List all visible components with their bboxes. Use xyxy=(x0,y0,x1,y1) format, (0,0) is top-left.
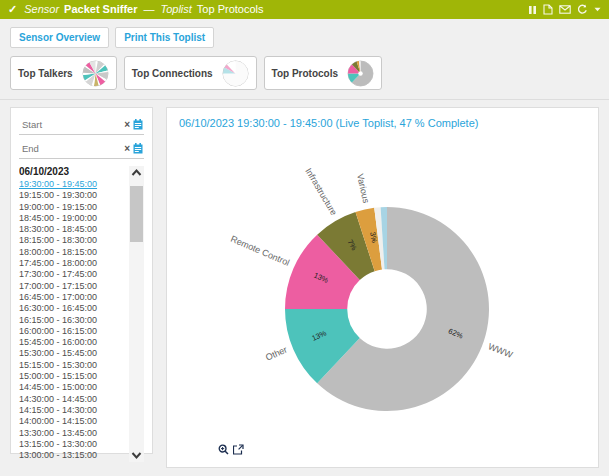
object-kind-label: Sensor xyxy=(24,0,59,19)
tab-top-protocols[interactable]: Top Protocols xyxy=(264,56,382,90)
interval-item[interactable]: 19:00:00 - 19:15:00 xyxy=(19,202,129,213)
interval-item[interactable]: 15:15:00 - 15:30:00 xyxy=(19,360,129,371)
sensor-overview-button[interactable]: Sensor Overview xyxy=(10,27,109,48)
interval-item[interactable]: 18:15:00 - 18:30:00 xyxy=(19,235,129,246)
start-date-input[interactable] xyxy=(20,118,121,131)
interval-item[interactable]: 16:30:00 - 16:45:00 xyxy=(19,303,129,314)
chart-tools xyxy=(218,444,244,455)
interval-filter-panel: × × xyxy=(10,107,153,454)
interval-item[interactable]: 18:00:00 - 18:15:00 xyxy=(19,247,129,258)
tab-top-talkers-label: Top Talkers xyxy=(18,68,73,79)
page: ✓ Sensor Packet Sniffer — Toplist Top Pr… xyxy=(0,0,609,476)
interval-item[interactable]: 15:30:00 - 15:45:00 xyxy=(19,348,129,359)
end-clear-icon[interactable]: × xyxy=(124,144,130,153)
toplist-title: 06/10/2023 19:30:00 - 19:45:00 (Live Top… xyxy=(179,117,586,129)
interval-item[interactable]: 17:00:00 - 17:15:00 xyxy=(19,281,129,292)
report-icon[interactable] xyxy=(543,4,553,15)
scroll-down-icon[interactable] xyxy=(130,450,143,460)
interval-item[interactable]: 15:00:00 - 15:15:00 xyxy=(19,371,129,382)
print-toplist-button[interactable]: Print This Toplist xyxy=(115,27,214,48)
start-clear-icon[interactable]: × xyxy=(124,120,130,129)
interval-item[interactable]: 14:15:00 - 14:30:00 xyxy=(19,405,129,416)
interval-item[interactable]: 18:45:00 - 19:00:00 xyxy=(19,213,129,224)
donut-segment-label: Infrastructure xyxy=(303,166,339,217)
interval-scrollbar[interactable] xyxy=(129,166,144,462)
pause-icon[interactable] xyxy=(528,5,537,15)
zoom-in-icon[interactable] xyxy=(218,444,229,455)
tab-top-connections-label: Top Connections xyxy=(132,68,213,79)
section-name: Top Protocols xyxy=(197,0,264,19)
scroll-up-icon[interactable] xyxy=(130,168,143,178)
interval-item[interactable]: 15:45:00 - 16:00:00 xyxy=(19,337,129,348)
interval-item[interactable]: 14:30:00 - 14:45:00 xyxy=(19,394,129,405)
interval-item[interactable]: 13:30:00 - 13:45:00 xyxy=(19,428,129,439)
end-calendar-icon[interactable] xyxy=(133,143,143,154)
toolbar: Sensor Overview Print This Toplist xyxy=(0,19,609,53)
end-date-input[interactable] xyxy=(20,142,121,155)
interval-item[interactable]: 13:00:00 - 13:15:00 xyxy=(19,450,129,461)
donut-segment-label: WWW xyxy=(487,341,515,360)
email-icon[interactable] xyxy=(559,5,571,14)
section-kind-label: Toplist xyxy=(160,0,191,19)
interval-item[interactable]: 16:15:00 - 16:30:00 xyxy=(19,315,129,326)
content-area: × × xyxy=(0,100,609,468)
interval-item[interactable]: 14:00:00 - 14:15:00 xyxy=(19,416,129,427)
interval-item[interactable]: 18:30:00 - 18:45:00 xyxy=(19,224,129,235)
top-talkers-pie-icon xyxy=(82,60,109,87)
tab-top-talkers[interactable]: Top Talkers xyxy=(10,56,117,90)
donut-segment-label: Other xyxy=(264,345,289,363)
scrollbar-thumb[interactable] xyxy=(130,186,143,242)
protocol-donut-chart: WWW62%Other13%Remote Control13%Infrastru… xyxy=(167,132,601,448)
interval-item[interactable]: 19:30:00 - 19:45:00 xyxy=(19,179,129,190)
tab-top-protocols-label: Top Protocols xyxy=(272,68,338,79)
title-separator: — xyxy=(143,0,154,19)
toplist-tabs: Top Talkers Top Connections Top Protocol… xyxy=(0,53,609,100)
refresh-icon[interactable] xyxy=(577,4,588,15)
interval-list: 19:30:00 - 19:45:0019:15:00 - 19:30:0019… xyxy=(19,179,129,461)
title-bar-actions xyxy=(528,4,601,15)
donut-segment-label: Remote Control xyxy=(229,234,291,268)
tab-top-connections[interactable]: Top Connections xyxy=(124,56,257,90)
open-external-icon[interactable] xyxy=(233,444,244,455)
interval-date-header: 06/10/2023 xyxy=(19,166,129,177)
interval-item[interactable]: 14:45:00 - 15:00:00 xyxy=(19,382,129,393)
top-protocols-pie-icon xyxy=(347,60,374,87)
end-date-row: × xyxy=(19,140,144,159)
toplist-chart-panel: 06/10/2023 19:30:00 - 19:45:00 (Live Top… xyxy=(166,107,599,468)
interval-item[interactable]: 13:15:00 - 13:30:00 xyxy=(19,439,129,450)
status-ok-icon: ✓ xyxy=(8,0,17,19)
interval-item[interactable]: 17:45:00 - 18:00:00 xyxy=(19,258,129,269)
interval-list-wrap: 06/10/2023 19:30:00 - 19:45:0019:15:00 -… xyxy=(19,166,144,462)
start-date-row: × xyxy=(19,116,144,135)
start-calendar-icon[interactable] xyxy=(133,119,143,130)
sensor-title-bar: ✓ Sensor Packet Sniffer — Toplist Top Pr… xyxy=(0,0,609,19)
top-connections-pie-icon xyxy=(222,60,249,87)
donut-segment-label: Various xyxy=(355,173,371,205)
interval-item[interactable]: 16:45:00 - 17:00:00 xyxy=(19,292,129,303)
interval-item[interactable]: 19:15:00 - 19:30:00 xyxy=(19,190,129,201)
sensor-name: Packet Sniffer xyxy=(64,0,137,19)
dropdown-caret-icon[interactable] xyxy=(594,7,601,12)
interval-item[interactable]: 17:30:00 - 17:45:00 xyxy=(19,269,129,280)
interval-item[interactable]: 16:00:00 - 16:15:00 xyxy=(19,326,129,337)
